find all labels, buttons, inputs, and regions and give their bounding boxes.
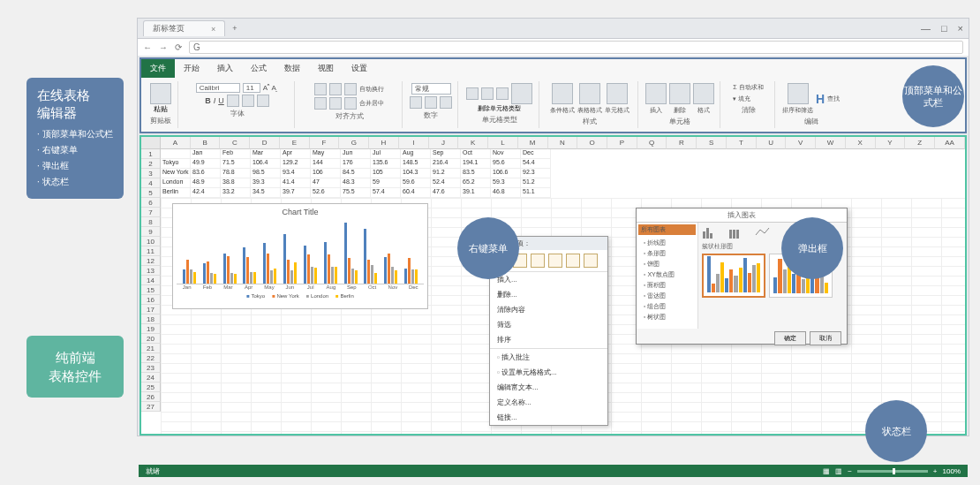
spreadsheet[interactable]: ABCDEFGHIJKLMNOPQRSTUVWXYZAA 12345678910… [139, 135, 967, 436]
context-item[interactable]: 清除内容 [490, 302, 607, 317]
dialog-side-item[interactable]: ▫ 树状图 [641, 312, 693, 322]
dialog-cancel-button[interactable]: 取消 [810, 331, 841, 345]
dialog-side-item[interactable]: ▫ 折线图 [641, 238, 693, 248]
delete-celltype-icon[interactable] [511, 83, 532, 104]
paste-option-5-icon[interactable] [566, 254, 580, 268]
context-item[interactable]: 编辑富文本... [490, 380, 607, 395]
percent-icon[interactable] [425, 96, 437, 109]
stacked-type-icon[interactable] [728, 226, 744, 239]
zoom-in-icon[interactable]: + [933, 467, 938, 475]
format-cell-icon[interactable] [693, 83, 714, 104]
paste-icon[interactable] [150, 83, 171, 104]
line-type-icon[interactable] [755, 226, 771, 239]
browser-window: 新标签页 × + — □ × ← → ⟳ G 文件开始插入公式数据视图设置 粘贴… [137, 18, 969, 436]
nav-back-icon[interactable]: ← [143, 42, 152, 52]
ct3-icon[interactable] [496, 87, 509, 100]
italic-icon[interactable]: I [214, 96, 216, 105]
bubble-ribbon: 顶部菜单和公式栏 [902, 65, 964, 127]
row-headers[interactable]: 1234567891011121314151617181920212223242… [141, 149, 161, 412]
fill-button[interactable]: ▾ 填充 [733, 95, 750, 103]
align-mid-icon[interactable] [329, 83, 342, 95]
sort-icon[interactable] [788, 83, 809, 104]
window-close-icon[interactable]: × [958, 23, 963, 34]
context-separator [490, 348, 607, 349]
context-item[interactable]: 排序 [490, 332, 607, 347]
view-layout-icon[interactable]: ▥ [835, 467, 842, 475]
browser-tab[interactable]: 新标签页 × [143, 20, 225, 36]
cell-grid[interactable]: JanFebMarAprMayJunJulAugSepOctNovDecToky… [161, 149, 551, 198]
table-format-icon[interactable] [579, 83, 600, 104]
underline-icon[interactable]: U [218, 96, 224, 105]
context-item[interactable]: 筛选 [490, 317, 607, 332]
dialog-ok-button[interactable]: 确定 [774, 331, 806, 345]
bold-icon[interactable]: B [205, 96, 211, 105]
embedded-chart[interactable]: Chart Title JanFebMarAprMayJunJulAugSepO… [172, 203, 428, 309]
nav-reload-icon[interactable]: ⟳ [175, 42, 182, 52]
align-bot-icon[interactable] [344, 83, 357, 95]
wrap-text-button[interactable]: 自动换行 [359, 85, 384, 94]
comma-icon[interactable] [440, 96, 452, 109]
ribbon-tab-0[interactable]: 文件 [141, 59, 175, 78]
align-center-icon[interactable] [329, 97, 342, 110]
dialog-side-item[interactable]: ▫ XY散点图 [641, 269, 693, 280]
zoom-slider[interactable] [857, 470, 928, 473]
number-format-combo[interactable]: 常规 [411, 83, 451, 95]
delete-cell-icon[interactable] [669, 83, 690, 104]
dialog-preview-1[interactable] [702, 254, 765, 298]
align-right-icon[interactable] [344, 97, 357, 110]
context-item[interactable]: 设置单元格格式... [490, 365, 607, 380]
context-item[interactable]: 删除... [490, 287, 607, 302]
dialog-side-header[interactable]: 所有图表 [638, 224, 696, 235]
paste-option-4-icon[interactable] [548, 254, 562, 268]
autosum-button[interactable]: Σ 自动求和 [733, 83, 763, 92]
dialog-side-item[interactable]: ▫ 组合图 [641, 301, 693, 312]
context-item[interactable]: 插入... [490, 272, 607, 287]
font-color-icon[interactable] [257, 95, 269, 107]
insert-cell-icon[interactable] [645, 83, 667, 104]
ct1-icon[interactable] [466, 87, 479, 100]
context-items-2: 插入批注设置单元格格式...编辑富文本...定义名称...链接... [490, 350, 607, 425]
address-bar[interactable]: G [189, 41, 963, 54]
cond-format-icon[interactable] [552, 83, 573, 104]
browser-toolbar: ← → ⟳ G [138, 38, 969, 56]
align-left-icon[interactable] [314, 97, 327, 110]
fill-color-icon[interactable] [242, 95, 254, 107]
ribbon-group-style: 条件格式 表格格式 单元格式 样式 [541, 81, 638, 128]
close-tab-icon[interactable]: × [211, 25, 215, 34]
ribbon-tab-1[interactable]: 开始 [175, 59, 208, 78]
nav-forward-icon[interactable]: → [159, 42, 168, 52]
bar-type-icon[interactable] [702, 226, 718, 239]
cell-style-icon[interactable] [607, 83, 628, 104]
align-top-icon[interactable] [314, 83, 327, 95]
ribbon-tab-6[interactable]: 设置 [343, 59, 376, 78]
zoom-out-icon[interactable]: − [848, 467, 852, 475]
paste-option-6-icon[interactable] [584, 254, 598, 268]
ct2-icon[interactable] [481, 87, 494, 100]
border-icon[interactable] [227, 95, 239, 107]
window-maximize-icon[interactable]: □ [941, 23, 947, 34]
context-item[interactable]: 链接... [490, 410, 607, 425]
select-all-corner[interactable] [141, 137, 161, 149]
font-name-combo[interactable]: Calibri [196, 83, 240, 93]
ribbon-tab-3[interactable]: 公式 [242, 59, 275, 78]
dialog-side-item[interactable]: ▫ 面积图 [641, 280, 693, 291]
dialog-side-item[interactable]: ▫ 雷达图 [641, 291, 693, 301]
merge-button[interactable]: 合并居中 [359, 99, 384, 108]
window-minimize-icon[interactable]: — [921, 23, 931, 34]
ribbon-group-clear: Σ 自动求和 ▾ 填充 清除 [722, 81, 775, 128]
currency-icon[interactable] [410, 96, 422, 109]
zoom-level[interactable]: 100% [943, 467, 961, 475]
new-tab-button[interactable]: + [225, 24, 244, 33]
dialog-side-item[interactable]: ▫ 条形图 [641, 248, 693, 259]
ribbon-tab-5[interactable]: 视图 [309, 59, 343, 78]
context-item[interactable]: 定义名称... [490, 395, 607, 410]
dialog-side-item[interactable]: ▫ 饼图 [641, 259, 693, 269]
column-headers[interactable]: ABCDEFGHIJKLMNOPQRSTUVWXYZAA [161, 137, 965, 149]
paste-option-3-icon[interactable] [531, 254, 545, 268]
ribbon-tab-2[interactable]: 插入 [208, 59, 242, 78]
font-size-combo[interactable]: 11 [243, 83, 260, 93]
find-icon[interactable]: H [816, 92, 825, 106]
view-normal-icon[interactable]: ▦ [823, 467, 830, 475]
ribbon-tab-4[interactable]: 数据 [275, 59, 309, 78]
context-item[interactable]: 插入批注 [490, 350, 607, 365]
